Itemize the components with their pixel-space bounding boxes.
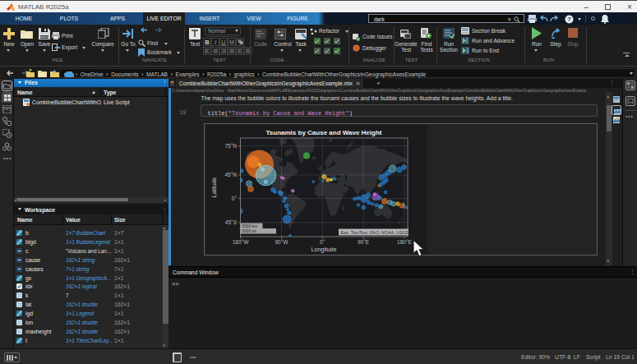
svg-text:0°: 0° [320, 239, 325, 245]
svg-text:Latitude: Latitude [211, 177, 217, 197]
svg-text:Esri, TomTom, FAO, NOAA, USGS: Esri, TomTom, FAO, NOAA, USGS [341, 230, 409, 235]
svg-text:90°E: 90°E [358, 239, 370, 245]
svg-text:45°N: 45°N [224, 172, 237, 177]
svg-text:I: I [215, 39, 216, 46]
svg-text:5000 km: 5000 km [242, 224, 257, 228]
svg-text:90°W: 90°W [275, 239, 288, 245]
svg-text:180°E: 180°E [397, 239, 412, 245]
svg-text:180°W: 180°W [233, 239, 249, 245]
svg-text:45°S: 45°S [225, 219, 238, 225]
svg-text:Longitude: Longitude [312, 247, 337, 253]
svg-text:Tsunamis by Cause and Wave Hei: Tsunamis by Cause and Wave Height [266, 129, 382, 136]
svg-text:U: U [221, 39, 225, 46]
svg-text:M: M [229, 39, 234, 45]
svg-text:?: ? [567, 16, 571, 23]
svg-text:0°: 0° [232, 196, 238, 201]
svg-text:5000 mi: 5000 mi [242, 229, 256, 233]
svg-text:B: B [205, 39, 210, 46]
svg-text:75°N: 75°N [224, 143, 237, 149]
